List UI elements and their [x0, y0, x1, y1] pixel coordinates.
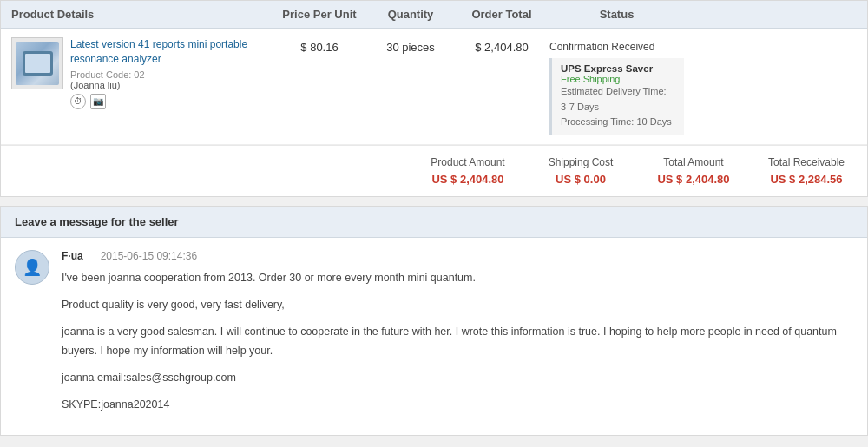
- status-text: Confirmation Received: [549, 41, 684, 53]
- price-cell: $ 80.16: [272, 37, 367, 54]
- summary-table: Product Amount US $ 2,404.80 Shipping Co…: [424, 156, 850, 186]
- summary-shipping-cost: Shipping Cost US $ 0.00: [537, 156, 624, 186]
- product-cell: Latest version 41 reports mini portable …: [11, 37, 272, 109]
- summary-total-amount: Total Amount US $ 2,404.80: [650, 156, 737, 186]
- header-quantity: Quantity: [367, 8, 454, 21]
- header-price: Price Per Unit: [272, 8, 367, 21]
- message-para-1: I've been joanna cooperation from 2013. …: [62, 269, 853, 287]
- total-receivable-label: Total Receivable: [763, 156, 850, 168]
- header-status: Status: [549, 8, 684, 21]
- message-section: Leave a message for the seller 👤 F·ua 20…: [0, 206, 868, 437]
- quantity-cell: 30 pieces: [367, 37, 454, 54]
- shipping-free: Free Shipping: [561, 74, 675, 84]
- summary-total-receivable: Total Receivable US $ 2,284.56: [763, 156, 850, 186]
- product-thumbnail: [11, 37, 63, 89]
- message-para-4: joanna email:sales@sschgroup.com: [62, 369, 853, 387]
- product-amount-value: US $ 2,404.80: [424, 173, 511, 186]
- avatar-icon: 👤: [23, 258, 42, 277]
- product-info: Latest version 41 reports mini portable …: [70, 37, 272, 109]
- status-cell: Confirmation Received UPS Express Saver …: [549, 37, 684, 135]
- summary-row: Product Amount US $ 2,404.80 Shipping Co…: [1, 145, 867, 196]
- header-order-total: Order Total: [454, 8, 549, 21]
- order-total-cell: $ 2,404.80: [454, 37, 549, 54]
- message-body: F·ua 2015-06-15 09:14:36 I've been joann…: [62, 250, 853, 424]
- total-receivable-value: US $ 2,284.56: [763, 173, 850, 186]
- order-row: Latest version 41 reports mini portable …: [1, 29, 867, 145]
- delivery-time: Estimated Delivery Time: 3-7 Days: [561, 84, 675, 115]
- avatar: 👤: [15, 250, 49, 285]
- message-meta: F·ua 2015-06-15 09:14:36: [62, 250, 853, 262]
- order-section: Product Details Price Per Unit Quantity …: [0, 0, 868, 197]
- shipping-cost-value: US $ 0.00: [537, 173, 624, 186]
- message-header: Leave a message for the seller: [1, 207, 867, 238]
- order-header: Product Details Price Per Unit Quantity …: [1, 1, 867, 29]
- header-product: Product Details: [11, 8, 272, 21]
- camera-icon[interactable]: 📷: [90, 94, 106, 109]
- shipping-box: UPS Express Saver Free Shipping Estimate…: [549, 58, 684, 135]
- clock-icon[interactable]: ⏱: [70, 94, 86, 109]
- shipping-cost-label: Shipping Cost: [537, 156, 624, 168]
- summary-product-amount: Product Amount US $ 2,404.80: [424, 156, 511, 186]
- message-timestamp: 2015-06-15 09:14:36: [101, 250, 197, 262]
- message-para-2: Product quality is very good, very fast …: [62, 296, 853, 314]
- message-content: 👤 F·ua 2015-06-15 09:14:36 I've been joa…: [1, 238, 867, 436]
- product-code: Product Code: 02: [70, 69, 272, 80]
- total-amount-label: Total Amount: [650, 156, 737, 168]
- total-amount-value: US $ 2,404.80: [650, 173, 737, 186]
- product-icons: ⏱ 📷: [70, 94, 272, 109]
- product-seller: (Joanna liu): [70, 80, 272, 90]
- message-para-5: SKYPE:joanna202014: [62, 396, 853, 414]
- processing-time: Processing Time: 10 Days: [561, 115, 675, 130]
- message-text: I've been joanna cooperation from 2013. …: [62, 269, 853, 415]
- message-para-3: joanna is a very good salesman. I will c…: [62, 323, 853, 360]
- message-username: F·ua: [62, 250, 83, 262]
- product-amount-label: Product Amount: [424, 156, 511, 168]
- main-container: Product Details Price Per Unit Quantity …: [0, 0, 868, 436]
- product-link[interactable]: Latest version 41 reports mini portable …: [70, 37, 272, 67]
- shipping-name: UPS Express Saver: [561, 63, 675, 74]
